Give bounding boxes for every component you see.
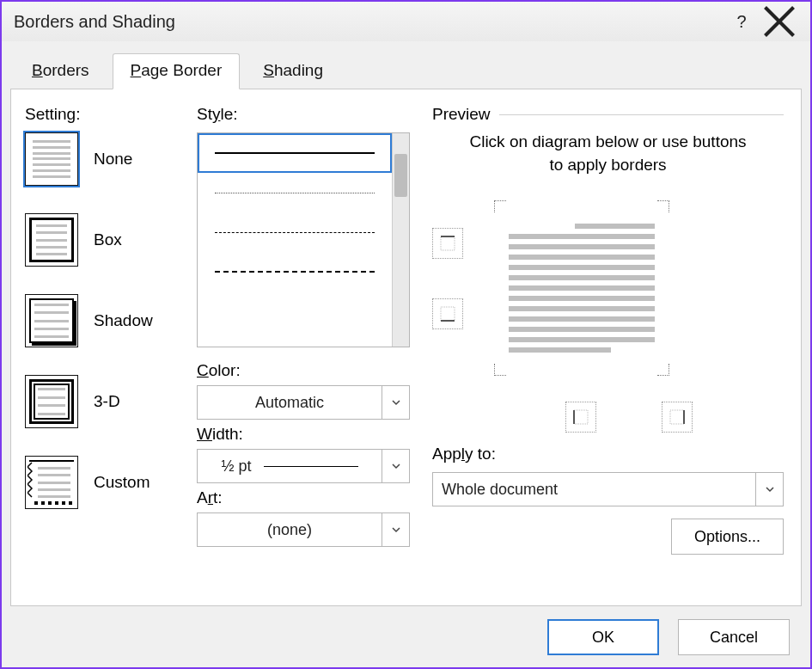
svg-rect-2: [441, 236, 455, 250]
panel: Setting: None Box: [10, 89, 802, 606]
style-scrollbar[interactable]: [392, 133, 409, 347]
setting-box-icon: [25, 213, 78, 267]
apply-to-dropdown[interactable]: Whole document: [432, 472, 784, 506]
setting-3d-label: 3-D: [94, 392, 120, 411]
setting-box-label: Box: [94, 230, 122, 249]
width-label: Width:: [197, 425, 410, 444]
width-value: ½ pt: [221, 457, 251, 476]
style-column: Style: Color: Automatic Wi: [183, 89, 424, 605]
setting-custom-icon: [25, 456, 78, 509]
width-preview-line: [264, 466, 358, 467]
setting-shadow[interactable]: Shadow: [25, 294, 169, 347]
setting-column: Setting: None Box: [11, 89, 183, 605]
chevron-down-icon: [382, 450, 409, 482]
cancel-button[interactable]: Cancel: [678, 619, 790, 655]
border-bottom-button[interactable]: [432, 298, 463, 329]
setting-label: Setting:: [25, 105, 169, 124]
help-icon[interactable]: ?: [723, 2, 760, 41]
color-dropdown[interactable]: Automatic: [197, 385, 410, 420]
setting-custom-label: Custom: [94, 473, 150, 492]
tabs: Borders Page Border Shading: [2, 41, 810, 89]
art-value: (none): [198, 521, 382, 539]
tab-borders[interactable]: Borders: [14, 53, 107, 89]
ok-button[interactable]: OK: [547, 619, 659, 655]
chevron-down-icon: [382, 513, 409, 546]
setting-box[interactable]: Box: [25, 213, 169, 267]
svg-rect-4: [441, 307, 455, 321]
border-left-button[interactable]: [565, 402, 596, 433]
color-value: Automatic: [198, 394, 382, 412]
setting-none-icon: [25, 132, 78, 186]
style-label: Style:: [197, 105, 410, 124]
art-dropdown[interactable]: (none): [197, 512, 410, 547]
chevron-down-icon: [382, 386, 409, 419]
style-item-dash-dot[interactable]: [198, 292, 392, 331]
setting-3d[interactable]: 3-D: [25, 375, 169, 428]
width-dropdown[interactable]: ½ pt: [197, 449, 410, 483]
style-item-thin[interactable]: [198, 173, 392, 212]
border-top-button[interactable]: [432, 228, 463, 259]
preview-diagram[interactable]: [479, 188, 685, 388]
options-button[interactable]: Options...: [671, 519, 784, 555]
preview-hint: Click on diagram below or use buttons to…: [467, 131, 749, 176]
apply-to-label: Apply to:: [432, 445, 784, 463]
setting-custom[interactable]: Custom: [25, 456, 169, 509]
style-item-solid[interactable]: [198, 133, 392, 173]
titlebar: Borders and Shading ?: [2, 2, 810, 41]
setting-3d-icon: [25, 375, 78, 428]
setting-shadow-icon: [25, 294, 78, 347]
apply-to-value: Whole document: [433, 481, 755, 499]
art-label: Art:: [197, 488, 410, 507]
preview-column: Preview Click on diagram below or use bu…: [424, 89, 801, 605]
tab-page-border[interactable]: Page Border: [113, 53, 241, 89]
tab-shading[interactable]: Shading: [245, 53, 341, 89]
setting-shadow-label: Shadow: [94, 311, 153, 330]
setting-none[interactable]: None: [25, 132, 169, 186]
color-label: Color:: [197, 361, 410, 380]
style-list[interactable]: [197, 132, 410, 347]
chevron-down-icon: [755, 473, 783, 506]
close-icon[interactable]: [760, 2, 798, 41]
window-title: Borders and Shading: [14, 12, 175, 32]
dialog-borders-and-shading: Borders and Shading ? Borders Page Borde…: [0, 0, 812, 669]
preview-label: Preview: [432, 105, 784, 124]
style-item-dashed[interactable]: [198, 252, 392, 292]
svg-rect-6: [574, 410, 588, 424]
dialog-footer: OK Cancel: [2, 607, 810, 667]
style-item-dashed-fine[interactable]: [198, 212, 392, 252]
border-right-button[interactable]: [662, 402, 693, 433]
setting-none-label: None: [94, 150, 132, 169]
svg-rect-8: [670, 410, 684, 424]
